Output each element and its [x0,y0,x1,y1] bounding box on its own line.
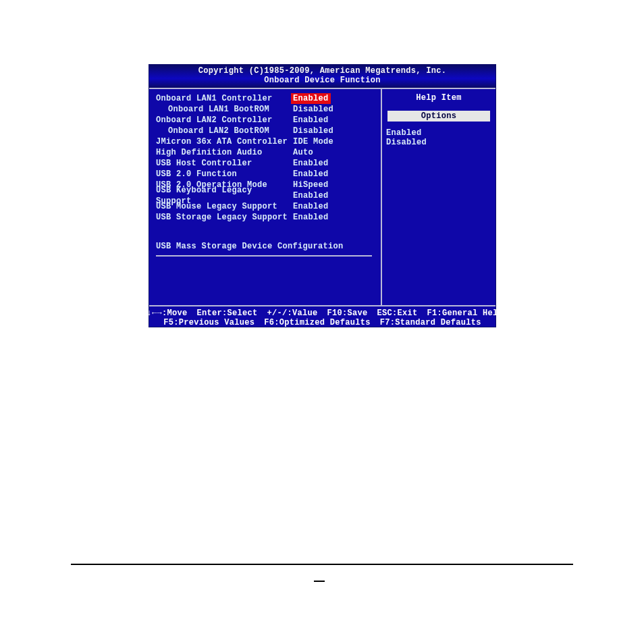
setting-label: JMicron 36x ATA Controller [156,136,291,147]
setting-value[interactable]: Enabled [291,169,331,180]
setting-row[interactable]: Onboard LAN1 ControllerEnabled [156,93,378,104]
setting-value[interactable]: Auto [291,147,315,158]
setting-row[interactable]: USB Keyboard Legacy SupportEnabled [156,190,378,201]
bios-footer: ↑↓←→:MoveEnter:Select+/-/:ValueF10:SaveE… [149,305,495,329]
footer-hint: ESC:Exit [377,308,418,318]
setting-value[interactable]: Disabled [291,126,336,136]
setting-label: Onboard LAN2 Controller [156,115,291,126]
footer-hint: F6:Optimized Defaults [264,318,371,327]
setting-row[interactable]: Onboard LAN2 ControllerEnabled [156,115,378,126]
help-pane: Help Item Options EnabledDisabled [382,89,495,305]
setting-value[interactable]: Enabled [291,93,331,104]
setting-value[interactable]: Enabled [291,212,331,223]
setting-value[interactable]: Enabled [291,158,331,169]
usb-mass-storage-submenu[interactable]: USB Mass Storage Device Configuration [156,242,372,257]
setting-row[interactable]: USB Host ControllerEnabled [156,158,378,169]
footer-hint: F7:Standard Defaults [380,318,481,327]
footer-row-2: F5:Previous ValuesF6:Optimized DefaultsF… [149,318,495,327]
setting-label: USB 2.0 Function [156,169,291,180]
options-header: Options [387,111,490,122]
page-number-dash [314,581,325,582]
setting-label: High Definition Audio [156,147,291,158]
footer-hint: ↑↓←→:Move [142,308,188,318]
setting-value[interactable]: Enabled [291,201,331,212]
setting-label: USB Storage Legacy Support [156,212,291,223]
page-divider [71,564,573,565]
copyright-line: Copyright (C)1985-2009, American Megatre… [149,66,495,76]
page-title: Onboard Device Function [149,76,495,85]
setting-label: USB Host Controller [156,158,291,169]
setting-label: Onboard LAN1 Controller [156,93,291,104]
setting-value[interactable]: HiSpeed [291,180,331,190]
document-page: Copyright (C)1985-2009, American Megatre… [0,0,644,644]
usb-mass-storage-label: USB Mass Storage Device Configuration [156,242,344,251]
setting-row[interactable]: USB 2.0 FunctionEnabled [156,169,378,180]
setting-value[interactable]: Enabled [291,115,331,126]
setting-row[interactable]: Onboard LAN1 BootROMDisabled [156,104,378,115]
settings-list: Onboard LAN1 ControllerEnabledOnboard LA… [156,93,378,223]
help-option: Enabled [386,128,491,138]
bios-header: Copyright (C)1985-2009, American Megatre… [149,65,495,89]
setting-value[interactable]: Enabled [291,190,331,201]
setting-label: USB Mouse Legacy Support [156,201,291,212]
setting-row[interactable]: Onboard LAN2 BootROMDisabled [156,126,378,136]
footer-hint: +/-/:Value [267,308,317,318]
footer-hint: Enter:Select [196,308,257,318]
setting-row[interactable]: JMicron 36x ATA ControllerIDE Mode [156,136,378,147]
footer-row-1: ↑↓←→:MoveEnter:Select+/-/:ValueF10:SaveE… [149,308,495,318]
setting-value[interactable]: IDE Mode [291,136,336,147]
help-options-list: EnabledDisabled [386,128,491,147]
help-option: Disabled [386,138,491,147]
setting-value[interactable]: Disabled [291,104,336,115]
setting-row[interactable]: USB Storage Legacy SupportEnabled [156,212,378,223]
bios-window: Copyright (C)1985-2009, American Megatre… [149,64,496,327]
setting-row[interactable]: USB Mouse Legacy SupportEnabled [156,201,378,212]
bios-body: Onboard LAN1 ControllerEnabledOnboard LA… [149,89,495,305]
footer-hint: F10:Save [327,308,368,318]
setting-row[interactable]: High Definition AudioAuto [156,147,378,158]
help-title: Help Item [386,93,491,103]
footer-hint: F5:Previous Values [163,318,254,327]
settings-pane: Onboard LAN1 ControllerEnabledOnboard LA… [149,89,382,305]
setting-label: Onboard LAN2 BootROM [168,126,291,136]
footer-hint: F1:General Help [427,308,504,318]
setting-label: Onboard LAN1 BootROM [168,104,291,115]
